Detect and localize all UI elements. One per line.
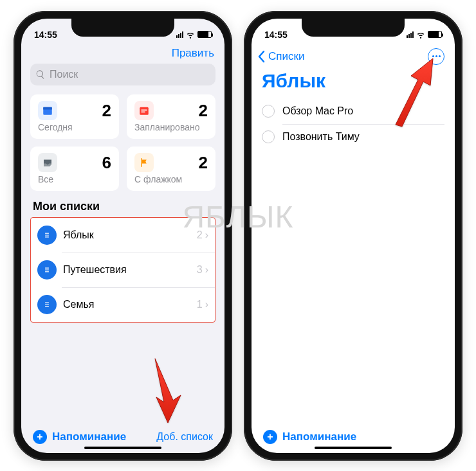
home-indicator — [315, 447, 392, 449]
card-all[interactable]: 6 Все — [30, 147, 119, 191]
screen-right: 14:55 Списки Яблык Обзор Mac Pro — [252, 19, 455, 453]
card-planned[interactable]: 2 Запланировано — [127, 94, 215, 139]
reminder-item[interactable]: Позвонить Тиму — [262, 124, 444, 150]
home-indicator — [84, 447, 161, 449]
list-item[interactable]: Яблык 2 › — [31, 218, 215, 253]
reminder-item[interactable]: Обзор Mac Pro — [262, 98, 444, 124]
status-indicators — [407, 30, 442, 39]
chevron-right-icon: › — [205, 229, 208, 241]
reminder-text: Обзор Mac Pro — [282, 105, 353, 117]
svg-rect-3 — [142, 110, 147, 111]
card-flagged-label: С флажком — [134, 174, 208, 184]
battery-icon — [197, 31, 212, 38]
svg-rect-1 — [43, 107, 52, 110]
my-lists-heading: Мои списки — [21, 193, 224, 217]
list-count: 1 — [197, 299, 203, 310]
chevron-right-icon: › — [205, 299, 208, 310]
new-reminder-button[interactable]: + Напоминание — [263, 430, 356, 444]
list-name: Путешествия — [63, 264, 197, 276]
wifi-icon — [416, 30, 425, 39]
new-reminder-label: Напоминание — [282, 431, 356, 443]
phone-right: 14:55 Списки Яблык Обзор Mac Pro — [244, 11, 462, 461]
search-input[interactable]: Поиск — [30, 64, 215, 85]
phone-left: 14:55 Править Поиск 2 Сегодня — [14, 11, 232, 461]
list-icon — [37, 226, 57, 245]
status-time: 14:55 — [264, 30, 288, 40]
flag-icon — [134, 153, 154, 172]
edit-button[interactable]: Править — [172, 47, 214, 60]
plus-icon: + — [33, 430, 47, 444]
new-reminder-label: Напоминание — [52, 431, 126, 443]
list-icon — [37, 295, 57, 314]
ellipsis-icon — [432, 55, 434, 57]
card-today[interactable]: 2 Сегодня — [30, 94, 119, 139]
inbox-icon — [38, 153, 57, 172]
status-time: 14:55 — [34, 30, 57, 40]
new-reminder-button[interactable]: + Напоминание — [33, 430, 126, 444]
back-button[interactable]: Списки — [257, 50, 304, 63]
search-icon — [35, 69, 46, 80]
toolbar: + Напоминание Доб. список — [21, 430, 224, 444]
cellular-icon — [176, 31, 183, 38]
back-label: Списки — [268, 50, 304, 63]
list-icon — [37, 260, 57, 280]
card-flagged-count: 2 — [199, 153, 208, 173]
my-lists: Яблык 2 › Путешествия 3 › Семья 1 › — [30, 217, 215, 323]
card-today-count: 2 — [102, 101, 111, 121]
calendar-planned-icon — [134, 101, 154, 120]
card-planned-label: Запланировано — [134, 122, 208, 132]
plus-icon: + — [263, 430, 277, 444]
card-planned-count: 2 — [199, 101, 208, 121]
list-count: 2 — [197, 229, 203, 241]
status-indicators — [176, 30, 212, 39]
card-all-label: Все — [38, 174, 111, 184]
list-item[interactable]: Семья 1 › — [31, 287, 215, 322]
cellular-icon — [407, 31, 414, 38]
list-item[interactable]: Путешествия 3 › — [31, 253, 215, 287]
radio-icon[interactable] — [262, 105, 275, 118]
nav-bar: Списки — [252, 44, 455, 66]
notch — [71, 19, 174, 37]
list-count: 3 — [197, 264, 203, 276]
annotation-arrow — [142, 355, 194, 429]
toolbar: + Напоминание — [252, 430, 455, 444]
card-all-count: 6 — [102, 153, 111, 173]
list-name: Яблык — [63, 229, 197, 241]
card-flagged[interactable]: 2 С флажком — [127, 147, 215, 191]
card-today-label: Сегодня — [38, 122, 111, 132]
chevron-left-icon — [257, 50, 266, 63]
radio-icon[interactable] — [262, 130, 275, 143]
svg-rect-2 — [140, 107, 149, 115]
nav-bar: Править — [21, 44, 224, 60]
svg-rect-4 — [142, 112, 145, 113]
list-name: Семья — [63, 299, 197, 310]
screen-left: 14:55 Править Поиск 2 Сегодня — [21, 19, 224, 453]
more-button[interactable] — [428, 48, 444, 65]
battery-icon — [428, 31, 442, 38]
chevron-right-icon: › — [205, 264, 208, 276]
summary-cards: 2 Сегодня 2 Запланировано 6 — [21, 89, 224, 193]
calendar-icon — [38, 101, 57, 120]
wifi-icon — [186, 30, 195, 39]
search-placeholder: Поиск — [50, 69, 78, 80]
reminders-list: Обзор Mac Pro Позвонить Тиму — [252, 98, 455, 150]
notch — [302, 19, 405, 37]
add-list-button[interactable]: Доб. список — [156, 431, 213, 443]
reminder-text: Позвонить Тиму — [282, 131, 360, 143]
list-title: Яблык — [252, 66, 455, 98]
